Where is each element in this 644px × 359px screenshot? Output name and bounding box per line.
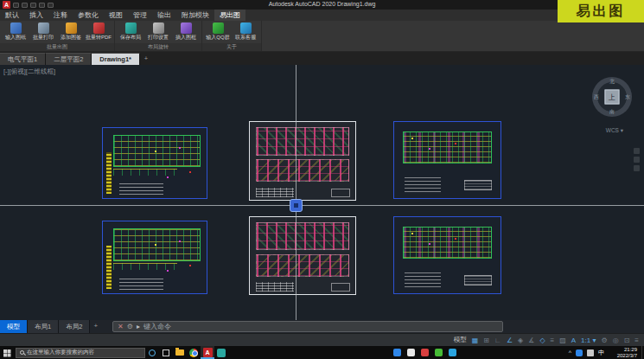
workspace-gear-icon[interactable]: ⚙ — [601, 337, 607, 344]
browser-icon[interactable] — [187, 346, 201, 359]
add-titleblock-icon — [66, 22, 77, 34]
import-drawings-icon — [10, 22, 22, 34]
tab-insert[interactable]: 插入 — [24, 10, 48, 21]
snap-icon[interactable]: ⊞ — [483, 337, 489, 344]
yichutu-overlay-badge[interactable]: 易出图 — [558, 0, 644, 22]
annotation-scale-control[interactable]: 1:1 ▾ — [581, 337, 596, 344]
customize-icon[interactable]: ≡ — [634, 337, 639, 344]
floor-plan-drawing-1[interactable] — [102, 127, 207, 199]
tray-app-icon[interactable] — [449, 349, 456, 356]
viewcube-north[interactable]: 北 — [609, 78, 615, 86]
hidden-icons-chevron[interactable]: ^ — [569, 349, 571, 356]
open-icon[interactable] — [22, 3, 28, 8]
new-layout-button[interactable]: + — [90, 320, 101, 333]
tab-yichutu[interactable]: 易出图 — [214, 10, 245, 21]
file-tab-1[interactable]: 电气平面1 — [0, 53, 46, 65]
viewcube-west[interactable]: 西 — [594, 93, 599, 101]
insert-frame-icon — [181, 22, 192, 34]
tab-view[interactable]: 视图 — [104, 10, 128, 21]
command-tools-icon[interactable]: ⚙ — [127, 323, 133, 330]
model-paper-toggle[interactable]: 模型 — [454, 336, 467, 344]
annotation-visibility-icon[interactable]: A — [571, 337, 576, 344]
file-tab-2[interactable]: 二层平面2 — [46, 53, 92, 65]
ribbon: 输入图纸 批量打印 添加图签 批量转PDF 批量出图 保存布局 — [0, 21, 644, 52]
tab-output[interactable]: 输出 — [152, 10, 176, 21]
add-titleblock-button[interactable]: 添加图签 — [58, 22, 84, 41]
floor-plan-drawing-5[interactable] — [249, 216, 356, 295]
insert-frame-button[interactable]: 插入图框 — [173, 22, 199, 41]
viewcube[interactable]: 北 南 西 东 上 — [592, 77, 632, 117]
save-layout-button[interactable]: 保存布局 — [118, 22, 143, 41]
undo-icon[interactable] — [39, 3, 45, 8]
windows-taskbar: 在这里输入你要搜索的内容 A ^ 中 21:29 2022/3/7 — [0, 346, 644, 359]
taskbar-search-box[interactable]: 在这里输入你要搜索的内容 — [16, 348, 145, 358]
file-tab-drawing1[interactable]: Drawing1* — [92, 53, 140, 65]
navigation-bar[interactable] — [634, 148, 641, 171]
model-space-canvas[interactable]: [-][俯视][二维线框] 北 南 西 东 上 — [0, 65, 644, 320]
isolate-objects-icon[interactable]: ◎ — [613, 337, 619, 344]
command-close-icon[interactable]: ✕ — [118, 323, 124, 330]
floor-plan-drawing-2[interactable] — [249, 121, 356, 201]
tab-parametric[interactable]: 参数化 — [73, 10, 104, 21]
command-input-placeholder[interactable]: 键入命令 — [143, 322, 171, 331]
layout-tab-1[interactable]: 布局1 — [28, 320, 59, 333]
start-button[interactable] — [0, 346, 14, 359]
ribbon-group-layout: 保存布局 打印设置 插入图框 布局旋转 — [115, 21, 202, 51]
clock-time: 21:29 — [624, 347, 637, 353]
taskbar-clock[interactable]: 21:29 2022/3/7 — [617, 347, 637, 359]
contact-support-button[interactable]: 联系客服 — [233, 22, 258, 41]
isodraft-icon[interactable]: ◈ — [518, 337, 523, 344]
object-snap-tracking-icon[interactable]: ∡ — [528, 337, 534, 344]
redo-icon[interactable] — [48, 3, 54, 8]
grid-icon[interactable]: ▦ — [472, 337, 479, 344]
batch-print-button[interactable]: 批量打印 — [30, 22, 56, 41]
print-settings-button[interactable]: 打印设置 — [145, 22, 171, 41]
batch-pdf-icon — [93, 22, 105, 34]
ime-indicator[interactable]: 中 — [598, 349, 604, 357]
batch-pdf-button[interactable]: 批量转PDF — [86, 22, 112, 41]
command-line[interactable]: ✕ ⚙ ▸ 键入命令 — [112, 321, 503, 332]
wcs-dropdown[interactable]: WCS ▾ — [606, 127, 623, 134]
print-icon[interactable] — [30, 3, 36, 8]
batch-print-icon — [38, 22, 49, 34]
ortho-icon[interactable]: ∟ — [494, 337, 501, 344]
app-menu-button[interactable]: A — [3, 1, 10, 9]
viewport-controls[interactable]: [-][俯视][二维线框] — [3, 67, 55, 76]
tray-app-icon[interactable] — [407, 349, 415, 356]
layout-tab-2[interactable]: 布局2 — [59, 320, 90, 333]
task-view-button[interactable] — [159, 346, 173, 359]
lineweight-icon[interactable]: ≡ — [551, 337, 555, 344]
layout-tab-model[interactable]: 模型 — [0, 320, 28, 333]
polar-tracking-icon[interactable]: ∠ — [507, 337, 513, 344]
floor-plan-drawing-6[interactable] — [393, 216, 501, 294]
clean-screen-icon[interactable]: ⊡ — [624, 337, 630, 344]
tray-icon[interactable] — [587, 349, 594, 356]
cortana-button[interactable] — [145, 346, 159, 359]
search-icon — [20, 350, 24, 355]
new-drawing-tab-button[interactable]: + — [140, 53, 152, 65]
file-explorer-icon[interactable] — [173, 346, 187, 359]
tab-manage[interactable]: 管理 — [128, 10, 152, 21]
tray-app-icon[interactable] — [421, 349, 429, 356]
app-icon[interactable] — [214, 346, 228, 359]
qq-group-button[interactable]: 输入QQ群 — [205, 22, 231, 41]
tray-app-icon[interactable] — [435, 349, 443, 356]
import-drawings-button[interactable]: 输入图纸 — [3, 22, 29, 41]
viewcube-east[interactable]: 东 — [625, 93, 630, 101]
tab-default[interactable]: 默认 — [0, 10, 24, 21]
tray-app-icon[interactable] — [393, 349, 401, 356]
tray-icon[interactable] — [576, 349, 583, 356]
search-placeholder: 在这里输入你要搜索的内容 — [27, 349, 94, 356]
ribbon-group-label: 批量出图 — [0, 43, 114, 51]
ribbon-group-label: 关于 — [202, 43, 261, 51]
viewcube-south[interactable]: 南 — [609, 108, 615, 116]
viewcube-top-face[interactable]: 上 — [605, 90, 620, 105]
save-icon[interactable] — [13, 3, 19, 8]
tab-annotate[interactable]: 注释 — [48, 10, 73, 21]
object-snap-icon[interactable]: ◇ — [539, 337, 545, 344]
floor-plan-drawing-4[interactable] — [102, 221, 207, 294]
tab-addins[interactable]: 附加模块 — [176, 10, 214, 21]
floor-plan-drawing-3[interactable] — [393, 121, 501, 199]
transparency-icon[interactable]: ▨ — [559, 337, 566, 344]
autocad-taskbar-icon[interactable]: A — [201, 346, 214, 359]
